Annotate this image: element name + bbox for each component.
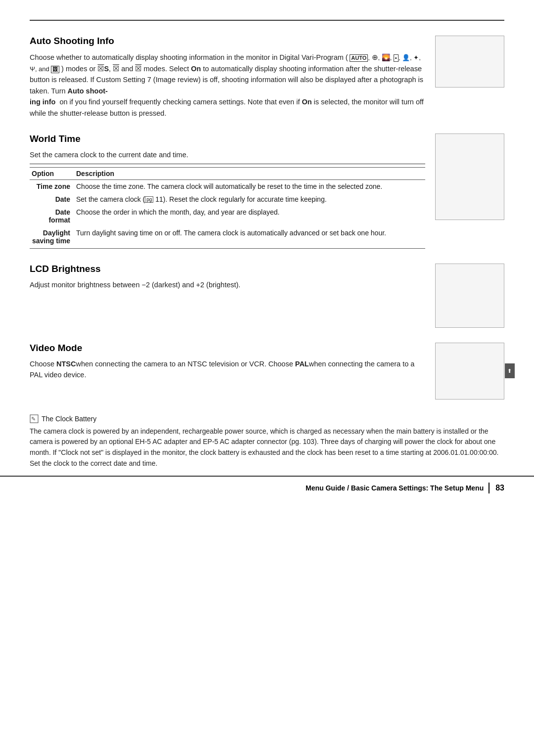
lcd-brightness-heading: LCD Brightness	[30, 264, 425, 274]
auto-shooting-img-placeholder	[435, 36, 504, 88]
page-container: Auto Shooting Info Choose whether to aut…	[0, 0, 534, 508]
auto-shooting-section: Auto Shooting Info Choose whether to aut…	[30, 36, 504, 119]
footer-menu-text: Menu Guide / Basic Camera Settings: The …	[306, 484, 484, 492]
lcd-brightness-content: LCD Brightness Adjust monitor brightness…	[30, 264, 425, 290]
m-mode: ☒	[135, 65, 141, 73]
world-time-section: World Time Set the camera clock to the c…	[30, 133, 504, 248]
desc-date-format: Choose the order in which the month, day…	[74, 206, 425, 226]
note-heading-container: ✎ The Clock Battery	[30, 414, 504, 423]
video-mode-body: Choose NTSCwhen connecting the camera to…	[30, 358, 425, 381]
video-mode-section: Video Mode Choose NTSCwhen connecting th…	[30, 343, 504, 400]
note-heading-text: The Clock Battery	[42, 415, 96, 423]
tab-icon: ⬆	[506, 366, 513, 376]
lcd-img-placeholder	[435, 264, 504, 328]
ψ-icon: Ψ	[30, 65, 35, 73]
pal-label: PAL	[295, 360, 309, 368]
lcd-brightness-section: LCD Brightness Adjust monitor brightness…	[30, 264, 504, 328]
video-img-placeholder: ⬆	[435, 343, 504, 400]
page-footer: Menu Guide / Basic Camera Settings: The …	[0, 476, 534, 493]
p-mode: ☒	[97, 65, 104, 73]
svg-text:⬆: ⬆	[507, 368, 512, 374]
video-mode-heading: Video Mode	[30, 343, 425, 354]
table-row: Time zone Choose the time zone. The came…	[30, 179, 425, 193]
ntsc-mid-text: when connecting the camera to an NTSC te…	[76, 360, 295, 368]
world-time-content: World Time Set the camera clock to the c…	[30, 133, 425, 248]
table-top-divider	[30, 164, 425, 164]
note-body-text: The camera clock is powered by an indepe…	[30, 426, 504, 469]
lcd-brightness-body: Adjust monitor brightness between −2 (da…	[30, 279, 425, 290]
auto-shooting-image	[435, 36, 504, 88]
world-time-image	[435, 133, 504, 220]
mode-icons-auto: AUTO, ⊕, 🌄, ▪, 👤, ✦, Ψ, and 🖼	[30, 54, 421, 73]
scene-icon: 🖼	[51, 66, 59, 73]
option-date: Date	[30, 193, 74, 206]
nightportrait-icon: ✦	[413, 54, 419, 61]
footer-separator	[489, 483, 490, 493]
auto-shooting-body: Choose whether to automatically display …	[30, 51, 425, 119]
description-col-header: Description	[74, 167, 425, 179]
on-text-1: On	[191, 65, 201, 73]
pencil-svg: ✎	[30, 414, 39, 423]
desc-timezone: Choose the time zone. The camera clock w…	[74, 179, 425, 193]
ntsc-label: NTSC	[56, 360, 76, 368]
landscape-icon: 🌄	[382, 53, 390, 61]
svg-text:✎: ✎	[31, 416, 36, 422]
world-time-table: Option Description Time zone Choose the …	[30, 167, 425, 249]
clock-battery-note: ✎ The Clock Battery The camera clock is …	[30, 414, 504, 469]
option-date-format: Dateformat	[30, 206, 74, 226]
video-mode-image: ⬆	[435, 343, 504, 400]
portrait-icon: ⊕	[372, 53, 378, 61]
world-time-intro: Set the camera clock to the current date…	[30, 149, 425, 160]
world-time-heading: World Time	[30, 133, 425, 144]
closeup-icon: ▪	[394, 54, 399, 62]
top-border	[30, 20, 504, 21]
s-mode: S	[104, 65, 109, 73]
choose-text: Choose	[30, 360, 56, 368]
table-row: Daylightsaving time Turn daylight saving…	[30, 226, 425, 249]
video-tab-marker: ⬆	[505, 363, 515, 378]
auto-shooting-heading: Auto Shooting Info	[30, 36, 425, 46]
table-row: Dateformat Choose the order in which the…	[30, 206, 425, 226]
video-mode-content: Video Mode Choose NTSCwhen connecting th…	[30, 343, 425, 381]
sports-icon: 👤	[402, 54, 410, 61]
auto-shoot-bold: Auto shoot-ing info	[30, 87, 108, 106]
option-col-header: Option	[30, 167, 74, 179]
auto-icon: AUTO	[350, 54, 368, 62]
pencil-icon: ✎	[30, 414, 39, 423]
desc-date: Set the camera clock (pg 11). Reset the …	[74, 193, 425, 206]
footer-page-number: 83	[495, 484, 504, 492]
table-row: Date Set the camera clock (pg 11). Reset…	[30, 193, 425, 206]
option-timezone: Time zone	[30, 179, 74, 193]
on-text-2: On	[302, 98, 312, 106]
ref-icon-date: pg	[145, 196, 153, 203]
world-time-img-placeholder	[435, 133, 504, 220]
table-header-row: Option Description	[30, 167, 425, 179]
table-body: Time zone Choose the time zone. The came…	[30, 179, 425, 248]
table-header: Option Description	[30, 167, 425, 179]
option-daylight: Daylightsaving time	[30, 226, 74, 249]
lcd-brightness-image	[435, 264, 504, 328]
desc-daylight: Turn daylight saving time on or off. The…	[74, 226, 425, 249]
a-mode: ☒	[113, 65, 119, 73]
auto-shooting-content: Auto Shooting Info Choose whether to aut…	[30, 36, 425, 119]
